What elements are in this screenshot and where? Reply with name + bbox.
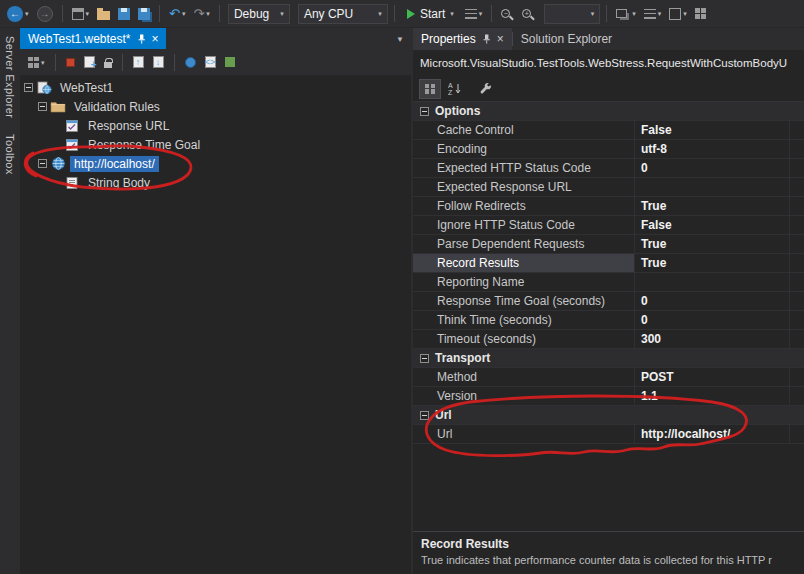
generate-code-button[interactable]: <> <box>202 52 219 73</box>
property-value[interactable]: 0 <box>635 311 790 329</box>
tree-expander-icon[interactable] <box>24 83 33 92</box>
tree-item[interactable]: Response Time Goal <box>20 135 411 154</box>
property-row[interactable]: Cache Control False <box>413 121 804 140</box>
pin-icon[interactable] <box>482 34 491 44</box>
property-category-row[interactable]: Options <box>413 102 804 121</box>
tree-item[interactable]: String Body <box>20 173 411 192</box>
parameterize-web-servers-button[interactable] <box>182 52 199 73</box>
property-value[interactable]: utf-8 <box>635 140 790 158</box>
property-row[interactable]: Method POST <box>413 368 804 387</box>
property-name[interactable]: Record Results <box>413 254 635 272</box>
property-row[interactable]: Ignore HTTP Status Code False <box>413 216 804 235</box>
property-value[interactable] <box>635 178 790 196</box>
property-value[interactable]: True <box>635 235 790 253</box>
property-name[interactable]: Follow Redirects <box>413 197 635 215</box>
alphabetical-sort-button[interactable]: A Z <box>444 79 466 99</box>
property-value[interactable]: 300 <box>635 330 790 348</box>
tree-item-label[interactable]: http://localhost/ <box>70 156 159 172</box>
new-file-button[interactable]: ▾ <box>69 3 93 25</box>
property-row[interactable]: Timeout (seconds) 300 <box>413 330 804 349</box>
property-row[interactable]: Url http://localhost/ <box>413 425 804 444</box>
tab-webtest1[interactable]: WebTest1.webtest* × <box>20 28 166 49</box>
close-icon[interactable]: × <box>152 33 159 45</box>
zoom-out-button[interactable]: − <box>498 3 513 25</box>
tree-item[interactable]: Response URL <box>20 116 411 135</box>
tab-properties[interactable]: Properties × <box>413 28 512 50</box>
property-name[interactable]: Think Time (seconds) <box>413 311 635 329</box>
property-row[interactable]: Version 1.1 <box>413 387 804 406</box>
tree-expander-icon[interactable] <box>38 102 47 111</box>
collapse-icon[interactable] <box>420 107 429 116</box>
property-name[interactable]: Encoding <box>413 140 635 158</box>
property-value[interactable]: 0 <box>635 159 790 177</box>
property-row[interactable]: Encoding utf-8 <box>413 140 804 159</box>
object-selector[interactable]: Microsoft.VisualStudio.TestTools.WebStre… <box>413 50 804 76</box>
add-request-button[interactable]: + <box>81 52 98 73</box>
property-name[interactable]: Reporting Name <box>413 273 635 291</box>
sidebar-tab-server-explorer[interactable]: Server Explorer <box>4 36 16 118</box>
tree-item-label[interactable]: Validation Rules <box>70 99 164 115</box>
property-name[interactable]: Method <box>413 368 635 386</box>
add-plugin-button[interactable] <box>222 52 238 73</box>
insert-dropdown-button[interactable]: ▾ <box>25 52 48 73</box>
set-credentials-button[interactable] <box>101 52 115 73</box>
property-row[interactable]: Expected HTTP Status Code 0 <box>413 159 804 178</box>
property-row[interactable]: Reporting Name <box>413 273 804 292</box>
debug-target-dropdown[interactable]: Debug ▾ <box>228 4 290 24</box>
property-category-row[interactable]: Transport <box>413 349 804 368</box>
profiler-dropdown[interactable]: ▾ <box>462 3 486 25</box>
window-layout-button[interactable]: ▾ <box>613 3 639 25</box>
property-value[interactable]: True <box>635 254 790 272</box>
navigate-forward-button[interactable]: → <box>34 3 56 25</box>
tab-solution-explorer[interactable]: Solution Explorer <box>513 28 620 50</box>
property-row[interactable]: Response Time Goal (seconds) 0 <box>413 292 804 311</box>
property-category-row[interactable]: Url <box>413 406 804 425</box>
property-name[interactable]: Url <box>413 425 635 443</box>
move-up-button[interactable]: ↑ <box>130 52 147 73</box>
property-row[interactable]: Record Results True <box>413 254 804 273</box>
save-all-button[interactable] <box>135 3 153 25</box>
property-value[interactable]: POST <box>635 368 790 386</box>
zoom-combobox[interactable]: ▾ <box>544 4 600 24</box>
tree-item-label[interactable]: Response URL <box>84 118 173 134</box>
property-pages-button[interactable] <box>475 79 497 99</box>
tree-item[interactable]: WebTest1 <box>20 78 411 97</box>
property-value[interactable]: True <box>635 197 790 215</box>
property-name[interactable]: Cache Control <box>413 121 635 139</box>
options-button[interactable]: ▾ <box>666 3 690 25</box>
property-value[interactable]: False <box>635 216 790 234</box>
property-name[interactable]: Ignore HTTP Status Code <box>413 216 635 234</box>
property-value[interactable] <box>635 273 790 291</box>
tree-expander-icon[interactable] <box>38 159 47 168</box>
property-value[interactable]: False <box>635 121 790 139</box>
tree-item-label[interactable]: WebTest1 <box>56 80 117 96</box>
document-list-dropdown-icon[interactable]: ▼ <box>396 35 404 44</box>
platform-dropdown[interactable]: Any CPU ▾ <box>298 4 388 24</box>
pin-icon[interactable] <box>137 34 146 44</box>
property-name[interactable]: Version <box>413 387 635 405</box>
navigate-back-button[interactable]: ← ▾ <box>4 3 32 25</box>
open-file-button[interactable] <box>94 3 113 25</box>
record-button[interactable] <box>63 52 78 73</box>
property-name[interactable]: Expected Response URL <box>413 178 635 196</box>
close-icon[interactable]: × <box>497 33 504 45</box>
start-button[interactable]: Start ▾ <box>401 3 460 25</box>
tree-item-label[interactable]: Response Time Goal <box>84 137 204 153</box>
sidebar-tab-toolbox[interactable]: Toolbox <box>4 134 16 175</box>
property-name[interactable]: Response Time Goal (seconds) <box>413 292 635 310</box>
property-value[interactable]: 1.1 <box>635 387 790 405</box>
property-row[interactable]: Expected Response URL <box>413 178 804 197</box>
categorized-view-button[interactable] <box>419 79 441 99</box>
property-value[interactable]: http://localhost/ <box>635 425 790 443</box>
save-button[interactable] <box>115 3 133 25</box>
property-name[interactable]: Expected HTTP Status Code <box>413 159 635 177</box>
property-name[interactable]: Parse Dependent Requests <box>413 235 635 253</box>
property-row[interactable]: Think Time (seconds) 0 <box>413 311 804 330</box>
zoom-in-button[interactable]: + <box>519 3 534 25</box>
tree-item[interactable]: http://localhost/ <box>20 154 411 173</box>
collapse-icon[interactable] <box>420 354 429 363</box>
panel-grid-button[interactable] <box>692 3 709 25</box>
tree-item[interactable]: Validation Rules <box>20 97 411 116</box>
property-value[interactable]: 0 <box>635 292 790 310</box>
redo-button[interactable]: ↷ ▾ <box>190 3 212 25</box>
